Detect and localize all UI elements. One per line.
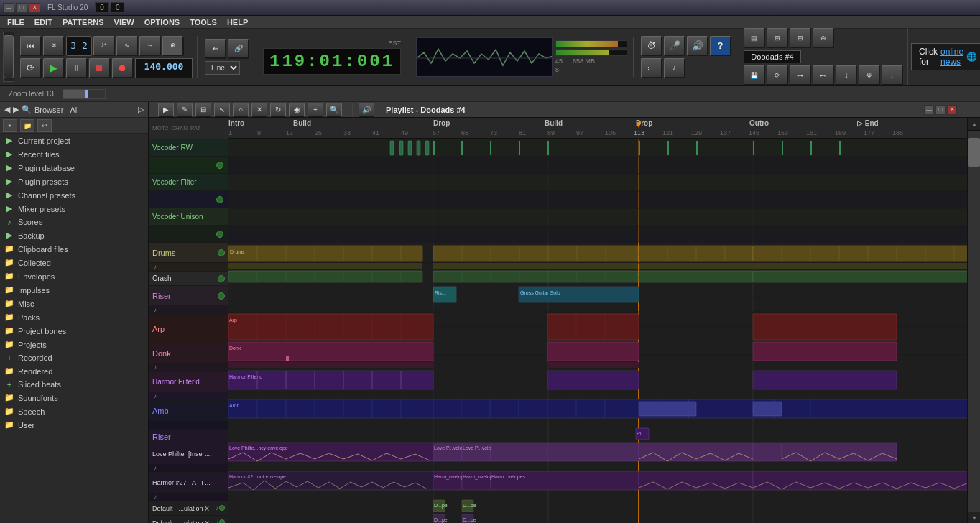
browser-item-backup[interactable]: ▶ Backup (0, 228, 148, 242)
prev-pattern-button[interactable]: ⏮ (20, 36, 42, 56)
browser-item-recent-files[interactable]: ▶ Recent files (0, 147, 148, 161)
green-button2[interactable] (216, 196, 223, 203)
track-label-vocoder-filter-sub[interactable] (149, 191, 228, 208)
menu-tools[interactable]: TOOLS (185, 17, 221, 27)
track-label-vocoder-unison-sub[interactable] (149, 226, 228, 243)
effect-icon[interactable]: ⟳ (767, 65, 788, 85)
playlist-speaker-btn[interactable]: 🔊 (359, 103, 374, 117)
browser-nav-fwd[interactable]: ▶ (13, 105, 19, 114)
scroll-down-icon[interactable]: ▼ (968, 512, 980, 523)
browser-item-project-bones[interactable]: 📁 Project bones (0, 324, 148, 338)
browser-arrow-btn[interactable]: ↩ (37, 119, 52, 132)
dl-icon[interactable]: ↓ (882, 65, 903, 85)
menu-help[interactable]: HELP (223, 17, 252, 27)
zoom-slider[interactable] (63, 89, 106, 99)
line-mode-select[interactable]: Line (205, 61, 240, 75)
green-button[interactable] (216, 162, 223, 169)
riser-green-btn[interactable] (218, 292, 225, 300)
play-button[interactable]: ▶ (43, 58, 65, 78)
browser-item-speech[interactable]: 📁 Speech (0, 404, 148, 418)
track-label-default1[interactable]: Default - ...ulation X♪ (149, 501, 228, 516)
browser-item-collected[interactable]: 📁 Collected (0, 256, 148, 269)
speaker-icon[interactable]: 🔊 (687, 36, 708, 56)
news-banner[interactable]: Click for online news 🌐 (911, 43, 980, 70)
mod-icon[interactable]: ⊷ (813, 65, 834, 85)
grid-icon[interactable]: ⊞ (767, 28, 788, 48)
browser-item-recorded[interactable]: + Recorded (0, 351, 148, 364)
pattern-counter[interactable]: 3 2 (66, 36, 92, 56)
close-button[interactable]: ✕ (29, 3, 40, 13)
track-label-default2[interactable]: Default - ...ulation X♪ (149, 516, 228, 523)
playlist-draw-button[interactable]: ✎ (177, 103, 193, 117)
piano-icon[interactable]: ♪ (664, 58, 685, 78)
menu-view[interactable]: VIEW (110, 17, 139, 27)
track-label-love-sub[interactable]: ♪ (149, 464, 228, 473)
hook-icon[interactable]: ↩ (205, 39, 226, 59)
mic-icon[interactable]: 🎤 (664, 36, 685, 56)
playlist-zoom-button[interactable]: ◉ (289, 103, 305, 117)
playlist-select-button[interactable]: ↖ (214, 103, 230, 117)
crash-green-btn[interactable] (218, 275, 225, 282)
browser-nav-back[interactable]: ◀ (4, 105, 10, 114)
track-label-love-philter[interactable]: Love Philter [Insert... (149, 444, 228, 464)
playlist-mute-button[interactable]: ○ (233, 103, 249, 117)
browser-item-plugin-database[interactable]: ▶ Plugin database (0, 161, 148, 175)
browser-item-mixer-presets[interactable]: ▶ Mixer presets (0, 202, 148, 216)
playlist-zoom2-button[interactable]: 🔍 (326, 103, 342, 117)
browser-item-plugin-presets[interactable]: ▶ Plugin presets (0, 175, 148, 188)
browser-item-envelopes[interactable]: 📁 Envelopes (0, 269, 148, 283)
playlist-zoomin-button[interactable]: + (308, 103, 323, 117)
cpu-icon[interactable]: ⊕ (162, 36, 184, 56)
playlist-play-button[interactable]: ▶ (158, 103, 174, 117)
render-icon[interactable]: ⊕ (813, 28, 834, 48)
track-label-donk[interactable]: Donk (149, 343, 228, 364)
rewind-button[interactable]: ⟳ (20, 58, 42, 78)
track-label-crash[interactable]: Crash (149, 272, 228, 286)
master-pitch-knob[interactable] (3, 32, 14, 82)
scroll-thumb[interactable] (968, 138, 980, 167)
scroll-track[interactable] (968, 131, 980, 512)
clock-icon[interactable]: ⏱ (641, 36, 662, 56)
scroll-up-icon[interactable]: ▲ (968, 118, 980, 131)
playlist-maximize-btn[interactable]: □ (935, 105, 946, 115)
mixer-icon[interactable]: ⋮⋮ (641, 58, 662, 78)
menu-options[interactable]: OPTIONS (140, 17, 185, 27)
track-label-amb-sub[interactable] (149, 421, 228, 430)
link-icon[interactable]: 🔗 (228, 39, 249, 59)
maximize-button[interactable]: □ (16, 3, 27, 13)
browser-item-rendered[interactable]: 📁 Rendered (0, 364, 148, 378)
channel-icon[interactable]: ⊟ (790, 28, 811, 48)
track-label-riser-sub[interactable]: ♪ (149, 306, 228, 315)
playlist-snap-button[interactable]: ⊟ (195, 103, 211, 117)
playlist-loop-button[interactable]: ↻ (270, 103, 286, 117)
playlist-erase-button[interactable]: ✕ (251, 103, 267, 117)
browser-add-btn[interactable]: + (3, 119, 17, 132)
track-label-vocoder-rw-sub[interactable]: … (149, 157, 228, 174)
browser-item-misc[interactable]: 📁 Misc (0, 297, 148, 310)
wave2-icon[interactable]: ∿ (116, 36, 138, 56)
track-label-donk-sub[interactable]: ♪ (149, 364, 228, 372)
browser-item-sliced-beats[interactable]: + Sliced beats (0, 378, 148, 391)
browser-item-scores[interactable]: ♪ Scores (0, 216, 148, 228)
browser-search-icon[interactable]: 🔍 (22, 105, 32, 114)
browser-item-user[interactable]: 📁 User (0, 418, 148, 432)
timeline-ruler[interactable]: 1 9 17 25 33 41 49 57 65 73 81 89 97 105 (228, 118, 967, 139)
track-label-riser2[interactable]: Riser (149, 430, 228, 444)
beat-icon[interactable]: ♩⁺ (93, 36, 115, 56)
menu-edit[interactable]: EDIT (30, 17, 57, 27)
track-label-drums[interactable]: Drums (149, 243, 228, 263)
minimize-button[interactable]: — (3, 3, 14, 13)
news-online-link[interactable]: online news (940, 47, 963, 67)
tracks-canvas[interactable]: Drums (228, 139, 967, 523)
save-icon[interactable]: 💾 (744, 65, 765, 85)
track-label-riser[interactable]: Riser (149, 286, 228, 306)
track-label-harmor27-sub[interactable]: ♪ (149, 493, 228, 501)
browser-item-impulses[interactable]: 📁 Impulses (0, 283, 148, 297)
route-icon[interactable]: ⊶ (790, 65, 811, 85)
browser-item-channel-presets[interactable]: ▶ Channel presets (0, 188, 148, 202)
menu-patterns[interactable]: PATTERNS (58, 17, 108, 27)
browser-item-projects[interactable]: 📁 Projects (0, 338, 148, 351)
piano2-icon[interactable]: ♩ (836, 65, 857, 85)
browser-item-packs[interactable]: 📁 Packs (0, 310, 148, 324)
drums-green-btn[interactable] (218, 249, 225, 256)
